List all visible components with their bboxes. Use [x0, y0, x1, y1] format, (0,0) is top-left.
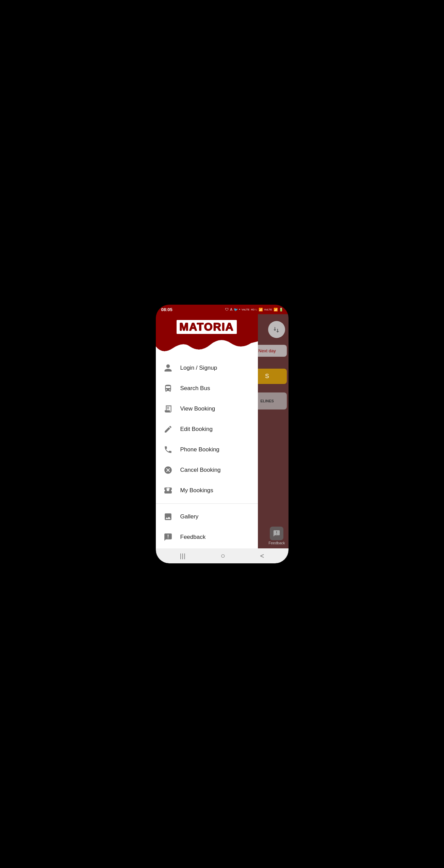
4g-icon: 4G↑↓: [251, 308, 257, 311]
battery-icon: 🔋: [279, 308, 283, 311]
feedback-float-label: Feedback: [268, 541, 285, 545]
next-day-area[interactable]: Next day: [258, 345, 287, 357]
search-s-label: S: [265, 373, 269, 380]
status-bar: 08:05 🛡 A 🐦 • VoLTE 4G↑↓ 📶 VoLTE 📶 🔋: [156, 305, 289, 314]
menu-item-login-signup[interactable]: Login / Signup: [156, 358, 258, 378]
content-overlay[interactable]: Next day S ELINES Feedback: [258, 314, 289, 548]
menu-divider: [156, 503, 258, 504]
cancel-icon: [163, 465, 174, 476]
shield-icon: 🛡: [225, 307, 229, 311]
next-day-label: Next day: [258, 348, 276, 353]
signal2-icon: 📶: [274, 308, 278, 311]
status-icons: 🛡 A 🐦 • VoLTE 4G↑↓ 📶 VoLTE 📶 🔋: [225, 307, 283, 311]
home-icon: ○: [221, 551, 225, 560]
sort-button[interactable]: [268, 321, 285, 338]
guidelines-label: ELINES: [260, 399, 274, 403]
menu-item-phone-booking[interactable]: Phone Booking: [156, 439, 258, 460]
menu-label-feedback: Feedback: [180, 534, 206, 541]
menu-item-edit-booking[interactable]: Edit Booking: [156, 419, 258, 439]
menu-label-search-bus: Search Bus: [180, 385, 210, 392]
image-icon: [163, 511, 174, 522]
drawer-header-wave: [156, 335, 258, 355]
twitter-icon: 🐦: [234, 308, 238, 311]
sort-icon: [273, 325, 281, 334]
edit-icon: [163, 424, 174, 435]
app-title-container: MATORIA: [156, 319, 258, 335]
drawer-menu: MATORIA Login / Signup: [156, 314, 258, 548]
guidelines-area: ELINES: [258, 392, 287, 409]
menu-item-share-app[interactable]: Share App: [156, 547, 258, 548]
menu-label-phone-booking: Phone Booking: [180, 446, 219, 453]
star-ticket-icon: [163, 485, 174, 496]
main-layout: MATORIA Login / Signup: [156, 314, 289, 548]
receipt-icon: [163, 403, 174, 414]
volte1-icon: VoLTE: [242, 308, 249, 311]
drawer-menu-list: Login / Signup Search Bus: [156, 355, 258, 548]
menu-label-cancel-booking: Cancel Booking: [180, 467, 221, 473]
menu-label-my-bookings: My Bookings: [180, 487, 213, 494]
drawer-header: MATORIA: [156, 314, 258, 355]
menu-item-view-booking[interactable]: View Booking: [156, 399, 258, 419]
back-button[interactable]: <: [253, 549, 271, 563]
menu-label-edit-booking: Edit Booking: [180, 426, 213, 433]
bus-icon: [163, 383, 174, 394]
phone-frame: 08:05 🛡 A 🐦 • VoLTE 4G↑↓ 📶 VoLTE 📶 🔋: [156, 305, 289, 563]
feedback-float-svg: [273, 530, 280, 537]
feedback-float-button[interactable]: Feedback: [268, 527, 285, 545]
back-icon: <: [260, 552, 264, 560]
feedback-icon: [163, 532, 174, 543]
menu-item-feedback[interactable]: Feedback: [156, 527, 258, 547]
person-icon: [163, 363, 174, 373]
bottom-nav: ||| ○ <: [156, 548, 289, 563]
menu-item-cancel-booking[interactable]: Cancel Booking: [156, 460, 258, 480]
feedback-float-icon: [270, 527, 283, 540]
volte2-icon: VoLTE: [264, 308, 272, 311]
menu-item-gallery[interactable]: Gallery: [156, 507, 258, 527]
search-button-area[interactable]: S: [258, 369, 287, 384]
home-button[interactable]: ○: [214, 549, 232, 563]
phone-inner: 08:05 🛡 A 🐦 • VoLTE 4G↑↓ 📶 VoLTE 📶 🔋: [156, 305, 289, 563]
phone-icon: [163, 444, 174, 455]
menu-label-view-booking: View Booking: [180, 405, 215, 412]
signal1-icon: 📶: [259, 308, 263, 311]
amazon-icon: A: [230, 308, 232, 311]
menu-label-login-signup: Login / Signup: [180, 365, 217, 371]
menu-item-my-bookings[interactable]: My Bookings: [156, 480, 258, 501]
menu-label-gallery: Gallery: [180, 513, 199, 520]
recents-icon: |||: [180, 552, 186, 560]
menu-item-search-bus[interactable]: Search Bus: [156, 378, 258, 399]
dot-icon: •: [239, 308, 240, 311]
recents-button[interactable]: |||: [173, 550, 193, 562]
app-title: MATORIA: [176, 319, 237, 335]
status-time: 08:05: [161, 307, 172, 312]
